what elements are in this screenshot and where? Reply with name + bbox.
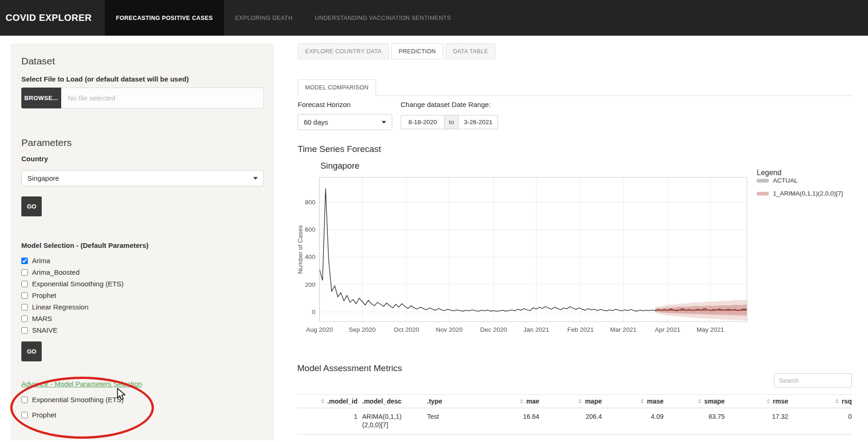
x-tick-label: Sep 2020 [349, 326, 376, 333]
col-header-model-id[interactable]: .model_id [297, 395, 357, 408]
col-header-mape[interactable]: mape [539, 395, 602, 408]
legend-label: 1_ARIMA(0,1,1)(2,0,0)[7] [773, 190, 843, 197]
model-option-label: Arima [32, 257, 50, 265]
date-range-picker: to [401, 115, 498, 129]
model-checkbox-group: Arima Arima_Boosted Exponential Smoothin… [21, 255, 264, 336]
col-header-type[interactable]: .type [422, 395, 483, 408]
cell-mase: 4.09 [602, 408, 664, 435]
y-axis-label: Number of Cases [297, 225, 304, 274]
sort-icon[interactable] [321, 399, 325, 404]
cell-type: Test [422, 408, 483, 435]
y-tick-label: 400 [305, 253, 315, 260]
chart-legend: Legend ACTUAL 1_ARIMA(0,1,1)(2,0,0)[7] [757, 169, 843, 197]
checkbox-advanced-ets[interactable] [21, 397, 28, 403]
sort-icon[interactable] [698, 399, 702, 404]
checkbox-snaive[interactable] [21, 327, 28, 334]
cell-mae: 16.64 [483, 408, 539, 435]
model-option-arima-boosted[interactable]: Arima_Boosted [21, 266, 264, 278]
advanced-option-ets[interactable]: Exponential Smoothing (ETS) [21, 394, 264, 405]
table-header-row: .model_id .model_desc .type mae mape mas… [297, 395, 852, 408]
forecast-horizon-value: 60 days [304, 118, 328, 126]
col-header-smape[interactable]: smape [664, 395, 725, 408]
checkbox-prophet[interactable] [21, 292, 28, 299]
tab-prediction[interactable]: PREDICTION [391, 43, 443, 59]
legend-title: Legend [757, 169, 843, 177]
time-series-forecast-title: Time Series Forecast [298, 144, 381, 154]
advanced-option-prophet[interactable]: Prophet [21, 409, 264, 421]
browse-button[interactable]: BROWSE... [21, 88, 61, 108]
cell-mape: 206.4 [539, 408, 602, 435]
col-header-mase[interactable]: mase [602, 395, 664, 408]
country-select-value: Singapore [27, 174, 59, 182]
cell-smape: 83.75 [664, 408, 725, 435]
country-label: Country [21, 155, 264, 163]
date-range-separator: to [445, 115, 458, 129]
checkbox-arima-boosted[interactable] [21, 269, 28, 276]
advanced-parameters-link[interactable]: Advance - Model Parameters Selection [21, 380, 142, 388]
y-tick-label: 200 [305, 281, 315, 288]
checkbox-arima[interactable] [21, 258, 28, 264]
chart-title: Singapore [320, 161, 359, 170]
forecast-horizon-select[interactable]: 60 days [298, 114, 392, 130]
model-option-ets[interactable]: Exponential Smoothing (ETS) [21, 278, 264, 290]
model-option-mars[interactable]: MARS [21, 313, 264, 324]
checkbox-mars[interactable] [21, 316, 28, 322]
tab-explore-country-data[interactable]: EXPLORE COUNTRY DATA [298, 43, 389, 59]
nav-tab-understanding-vaccination-sentiments[interactable]: UNDERSTANDING VACCINATION SENTIMENTS [304, 0, 462, 36]
model-option-snaive[interactable]: SNAIVE [21, 324, 264, 336]
col-header-model-desc[interactable]: .model_desc [357, 395, 422, 408]
model-selection-label: Model Selection - (Default Parameters) [21, 241, 264, 249]
col-header-rmse[interactable]: rmse [725, 395, 788, 408]
metrics-table: .model_id .model_desc .type mae mape mas… [297, 394, 852, 435]
model-option-prophet[interactable]: Prophet [21, 290, 264, 301]
date-range-start-input[interactable] [401, 115, 445, 129]
top-navbar: COVID EXPLORER FORECASTING POSITIVE CASE… [0, 0, 868, 36]
cell-rsq: 0 [788, 408, 852, 435]
file-input-group: BROWSE... [21, 88, 264, 108]
legend-swatch-arima [757, 192, 769, 196]
forecast-horizon-label: Forecast Horizon [298, 101, 351, 108]
file-selected-input[interactable] [61, 88, 264, 108]
sort-icon[interactable] [766, 399, 770, 404]
nav-tab-forecasting-positive-cases[interactable]: FORECASTING POSITIVE CASES [105, 0, 224, 36]
parameters-heading: Parameters [21, 137, 264, 148]
legend-entry-actual[interactable]: ACTUAL [757, 177, 843, 184]
x-tick-label: Aug 2020 [306, 326, 333, 333]
file-input-label: Select File to Load (or default dataset … [21, 75, 264, 83]
y-tick-label: 0 [312, 309, 315, 316]
model-option-label: Exponential Smoothing (ETS) [32, 280, 124, 288]
sort-icon[interactable] [640, 399, 644, 404]
forecast-chart: Aug 2020Sep 2020Oct 2020Nov 2020Dec 2020… [297, 158, 753, 342]
checkbox-linear-regression[interactable] [21, 304, 28, 310]
nav-tab-exploring-death[interactable]: EXPLORING DEATH [224, 0, 304, 36]
date-range-end-input[interactable] [458, 115, 498, 129]
model-option-arima[interactable]: Arima [21, 255, 264, 266]
country-select[interactable]: Singapore [21, 170, 264, 186]
table-row[interactable]: 1 ARIMA(0,1,1) (2,0,0)[7] Test 16.64 206… [297, 408, 852, 435]
metrics-search-input[interactable] [774, 373, 852, 388]
content-tabs: EXPLORE COUNTRY DATA PREDICTION DATA TAB… [298, 43, 496, 59]
chevron-down-icon [253, 177, 258, 180]
sort-icon[interactable] [578, 399, 582, 404]
legend-entry-arima[interactable]: 1_ARIMA(0,1,1)(2,0,0)[7] [757, 190, 843, 197]
subtab-model-comparison[interactable]: MODEL COMPARISON [298, 79, 376, 96]
advanced-option-label: Exponential Smoothing (ETS) [32, 396, 124, 404]
tab-data-table[interactable]: DATA TABLE [446, 43, 496, 59]
checkbox-advanced-prophet[interactable] [21, 412, 28, 418]
cell-model-desc: ARIMA(0,1,1) (2,0,0)[7] [357, 408, 422, 435]
x-tick-label: Feb 2021 [568, 326, 594, 333]
cell-rmse: 17.32 [725, 408, 788, 435]
col-header-rsq[interactable]: rsq [788, 395, 852, 408]
sidebar-panel: Dataset Select File to Load (or default … [11, 44, 274, 440]
models-go-button[interactable]: GO [21, 341, 42, 361]
legend-swatch-actual [757, 179, 769, 183]
forecast-series-line [655, 310, 747, 310]
col-header-mae[interactable]: mae [483, 395, 539, 408]
x-tick-label: Jan 2021 [523, 326, 549, 333]
model-option-linear-regression[interactable]: Linear Regression [21, 301, 264, 313]
x-tick-label: Nov 2020 [436, 326, 463, 333]
checkbox-ets[interactable] [21, 281, 28, 287]
sort-icon[interactable] [835, 399, 839, 404]
country-go-button[interactable]: GO [21, 196, 42, 216]
sort-icon[interactable] [520, 399, 523, 404]
